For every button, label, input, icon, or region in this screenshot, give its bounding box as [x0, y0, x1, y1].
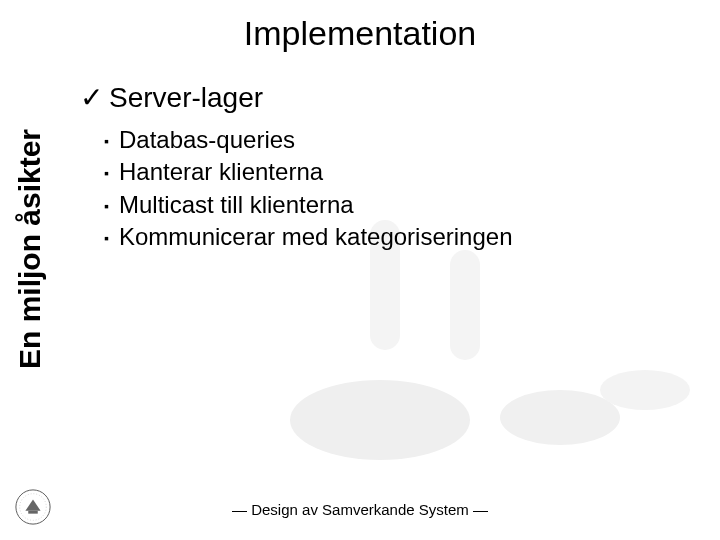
- check-icon: ✓: [80, 84, 103, 112]
- list-item-label: Hanterar klienterna: [119, 156, 323, 188]
- sidebar-label-text: En miljon åsikter: [13, 129, 47, 369]
- university-seal-icon: [14, 488, 52, 526]
- list-item-label: Kommunicerar med kategoriseringen: [119, 221, 513, 253]
- background-shape: [500, 390, 620, 445]
- list-item: ▪ Multicast till klienterna: [104, 189, 700, 221]
- list-item-label: Databas-queries: [119, 124, 295, 156]
- heading-row: ✓ Server-lager: [80, 82, 700, 114]
- slide-content: ✓ Server-lager ▪ Databas-queries ▪ Hante…: [80, 82, 700, 254]
- slide-title: Implementation: [0, 14, 720, 53]
- heading-text: Server-lager: [109, 82, 263, 114]
- background-shape: [450, 250, 480, 360]
- list-item: ▪ Databas-queries: [104, 124, 700, 156]
- square-bullet-icon: ▪: [104, 231, 109, 245]
- sidebar-label: En miljon åsikter: [0, 64, 60, 434]
- slide: Implementation En miljon åsikter ✓ Serve…: [0, 0, 720, 540]
- list-item-label: Multicast till klienterna: [119, 189, 354, 221]
- bullet-list: ▪ Databas-queries ▪ Hanterar klienterna …: [104, 124, 700, 254]
- list-item: ▪ Hanterar klienterna: [104, 156, 700, 188]
- svg-marker-2: [25, 499, 40, 510]
- slide-footer: — Design av Samverkande System —: [0, 501, 720, 518]
- square-bullet-icon: ▪: [104, 134, 109, 148]
- list-item: ▪ Kommunicerar med kategoriseringen: [104, 221, 700, 253]
- square-bullet-icon: ▪: [104, 199, 109, 213]
- background-shape: [290, 380, 470, 460]
- square-bullet-icon: ▪: [104, 166, 109, 180]
- background-shape: [600, 370, 690, 410]
- svg-rect-3: [28, 511, 38, 514]
